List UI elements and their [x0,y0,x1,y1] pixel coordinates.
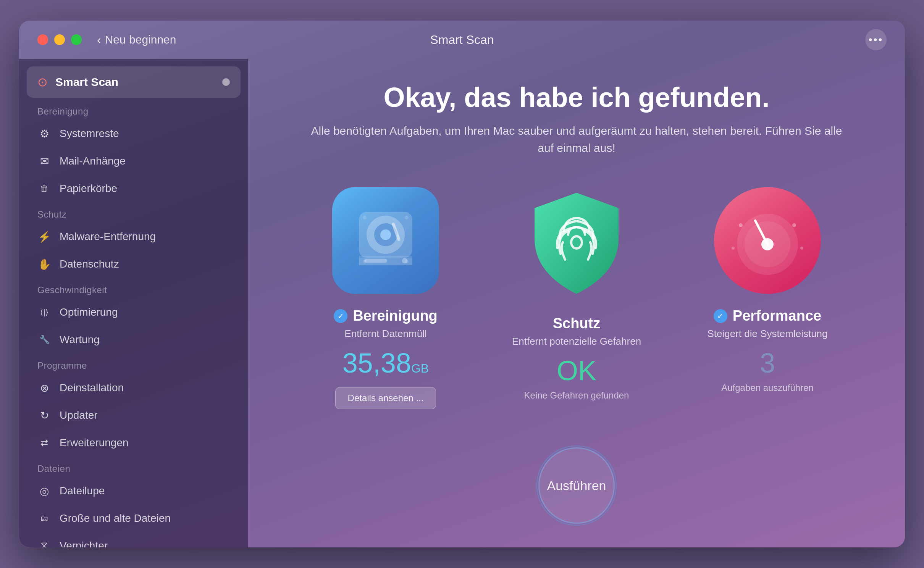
svg-point-3 [380,229,391,240]
page-title: Okay, das habe ich gefunden. [384,82,770,113]
hard-drive-svg [347,202,424,279]
sidebar-updater-label: Updater [60,409,98,421]
sidebar-datenschutz-label: Datenschutz [60,258,119,270]
app-window: ‹ Neu beginnen Smart Scan ••• ⊙ Smart Sc… [19,21,905,547]
more-dots-icon: ••• [869,34,883,46]
sidebar-trash-label: Papierkörbe [60,182,117,195]
minimize-button[interactable] [54,34,65,45]
cleaning-card-value: 35,38GB [342,347,429,379]
performance-card-value: 3 [760,347,775,379]
svg-point-11 [363,260,367,263]
sidebar-optimierung-label: Optimierung [60,306,118,318]
sidebar-wartung-label: Wartung [60,334,100,346]
sidebar-item-grosse-dateien[interactable]: Große und alte Dateien [19,505,248,532]
title-bar: ‹ Neu beginnen Smart Scan ••• [19,21,905,59]
title-bar-right: ••• [865,29,887,50]
close-button[interactable] [37,34,48,45]
protection-card-icon-wrap [523,187,630,302]
more-options-button[interactable]: ••• [865,29,887,50]
svg-point-15 [792,223,796,227]
sidebar-item-wartung[interactable]: Wartung [19,326,248,353]
traffic-lights [37,34,82,45]
sidebar-active-indicator [222,78,230,86]
sidebar-erweiterungen-label: Erweiterungen [60,437,129,449]
system-icon [37,127,51,140]
sidebar-item-vernichter[interactable]: Vernichter [19,532,248,547]
protection-card-value: OK [557,355,596,386]
protection-shield-svg [527,189,626,300]
maximize-button[interactable] [71,34,82,45]
sidebar-item-dateilupe[interactable]: Dateilupe [19,477,248,505]
privacy-icon [37,257,51,271]
svg-point-14 [739,223,743,227]
svg-point-17 [800,247,803,250]
updater-icon [37,408,51,422]
uninstall-icon [37,381,51,395]
svg-point-21 [761,238,774,250]
back-button-label: Neu beginnen [105,33,176,46]
trash-icon [37,182,51,195]
sidebar-mail-label: Mail-Anhänge [60,155,126,167]
sidebar-item-smart-scan[interactable]: ⊙ Smart Scan [27,66,241,98]
svg-point-10 [405,216,409,219]
shredder-icon [37,539,51,547]
svg-point-12 [405,260,409,263]
sidebar-vernichter-label: Vernichter [60,540,108,547]
performance-card-name-row: ✓ Performance [714,308,821,324]
maintain-icon [37,333,51,347]
main-layout: ⊙ Smart Scan Bereinigung Systemreste Mai… [19,59,905,547]
cleaning-check-icon: ✓ [334,309,347,323]
cleaning-card-desc: Entfernt Datenmüll [344,328,426,340]
sidebar-dateilupe-label: Dateilupe [60,485,105,497]
protection-card-name: Schutz [553,315,601,332]
sidebar-item-updater[interactable]: Updater [19,402,248,429]
section-label-geschwindigkeit: Geschwindigkeit [19,278,248,299]
card-protection: Schutz Entfernt potenzielle Gefahren OK … [493,187,661,401]
execute-button[interactable]: Ausführen [538,447,615,524]
protection-card-name-row: Schutz [553,315,601,332]
performance-gauge-svg [722,195,813,286]
sidebar-malware-label: Malware-Entfernung [60,231,156,243]
cleaning-card-name: Bereinigung [353,308,438,324]
cleaning-card-icon [332,187,439,294]
performance-card-name: Performance [733,308,821,324]
execute-wrap: Ausführen [538,447,615,524]
smart-scan-icon: ⊙ [37,75,48,89]
sidebar-item-deinstallation[interactable]: Deinstallation [19,374,248,402]
performance-card-desc: Steigert die Systemleistung [707,328,827,340]
sidebar-item-systemreste[interactable]: Systemreste [19,120,248,147]
optimize-icon [37,305,51,319]
sidebar-item-mail-anhaenge[interactable]: Mail-Anhänge [19,147,248,175]
card-cleaning: ✓ Bereinigung Entfernt Datenmüll 35,38GB… [302,187,470,409]
back-button[interactable]: ‹ Neu beginnen [97,33,176,47]
svg-point-9 [363,216,367,219]
sidebar-smart-scan-label: Smart Scan [55,76,118,89]
performance-card-sub: Aufgaben auszuführen [721,382,814,393]
mail-icon [37,154,51,168]
cards-row: ✓ Bereinigung Entfernt Datenmüll 35,38GB… [271,187,882,409]
sidebar-deinstallation-label: Deinstallation [60,382,124,394]
section-label-dateien: Dateien [19,457,248,477]
page-subtitle: Alle benötigten Aufgaben, um Ihren Mac s… [309,122,844,157]
sidebar: ⊙ Smart Scan Bereinigung Systemreste Mai… [19,59,248,547]
sidebar-item-datenschutz[interactable]: Datenschutz [19,250,248,278]
sidebar-item-erweiterungen[interactable]: Erweiterungen [19,429,248,457]
sidebar-item-papierkoerbe[interactable]: Papierkörbe [19,175,248,202]
sidebar-item-optimierung[interactable]: Optimierung [19,299,248,326]
main-content: Okay, das habe ich gefunden. Alle benöti… [248,59,905,547]
section-label-schutz: Schutz [19,202,248,223]
section-label-bereinigung: Bereinigung [19,99,248,120]
window-title: Smart Scan [430,33,494,47]
svg-rect-7 [364,259,387,263]
filelens-icon [37,484,51,498]
chevron-left-icon: ‹ [97,33,101,47]
sidebar-item-malware[interactable]: Malware-Entfernung [19,223,248,250]
extensions-icon [37,436,51,450]
cleaning-details-button[interactable]: Details ansehen ... [335,387,436,409]
card-performance: ✓ Performance Steigert die Systemleistun… [683,187,851,393]
performance-check-icon: ✓ [714,309,727,323]
sidebar-grosse-dateien-label: Große und alte Dateien [60,512,171,524]
protection-card-desc: Entfernt potenzielle Gefahren [512,336,641,347]
cleaning-card-name-row: ✓ Bereinigung [334,308,438,324]
performance-card-icon [714,187,821,294]
